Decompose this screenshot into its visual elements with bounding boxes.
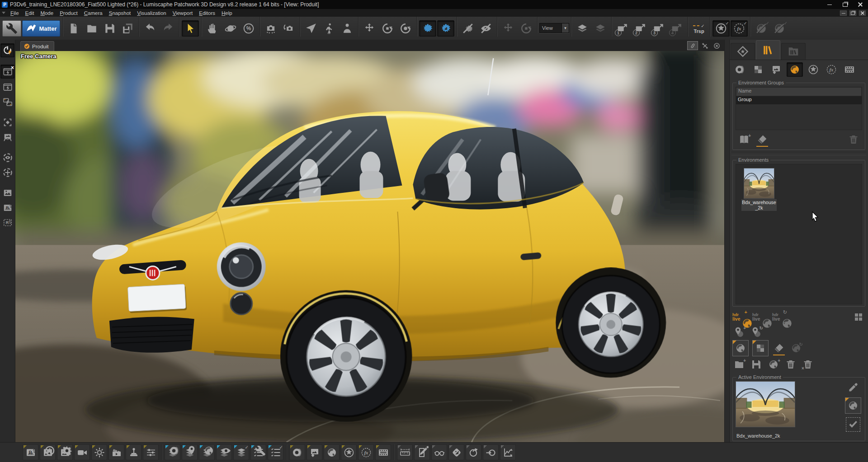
menu-mode[interactable]: Mode (37, 10, 57, 16)
menu-viewport[interactable]: Viewport (170, 10, 196, 16)
new-database-button[interactable] (65, 18, 82, 37)
menu-file[interactable]: File (7, 10, 22, 16)
target-tool-button[interactable] (483, 444, 499, 460)
render-settings-button[interactable] (57, 444, 73, 460)
section-splitter[interactable] (731, 152, 866, 155)
environments-library-button[interactable] (324, 444, 340, 460)
zoom-tool-button[interactable]: % (240, 18, 257, 37)
new-environment-button[interactable]: + (767, 358, 780, 371)
pan-tool-button[interactable] (204, 18, 221, 37)
close-view-icon[interactable] (712, 42, 722, 50)
add-environment-group-button[interactable]: + (737, 133, 751, 146)
menu-editors[interactable]: Editors (196, 10, 218, 16)
overlay-layer-b-button[interactable] (592, 18, 609, 37)
disable-env-b-button[interactable]: ✓ (771, 18, 788, 37)
menu-snapshot[interactable]: Snapshot (106, 10, 134, 16)
measure-tool-button[interactable] (397, 444, 413, 460)
lib-materials-button[interactable] (732, 63, 748, 76)
hdr-live-button[interactable]: hdrlive (752, 310, 769, 324)
tab-library-external[interactable] (781, 43, 806, 60)
menu-help[interactable]: Help (218, 10, 236, 16)
environments-list[interactable]: Bdx_warehouse_2k (736, 164, 862, 304)
hide-paint-tool-button[interactable] (477, 18, 495, 37)
move-object-button[interactable] (500, 18, 517, 37)
images-library-button[interactable] (307, 444, 322, 460)
detach-tools-icon[interactable] (700, 42, 710, 50)
walk-mode-button[interactable] (321, 18, 338, 37)
menu-product[interactable]: Product (57, 10, 81, 16)
delete-environment-group-button[interactable] (847, 133, 860, 146)
apply-environment-button[interactable] (846, 417, 860, 432)
paint-product-button[interactable] (437, 18, 454, 37)
videos-library-button[interactable] (375, 444, 391, 460)
environment-mode-button[interactable] (732, 340, 749, 356)
link-views-icon[interactable] (687, 41, 698, 50)
tab-connected-views[interactable] (731, 43, 755, 60)
effects-library-button[interactable]: fx (358, 444, 374, 460)
redo-button[interactable] (160, 18, 177, 37)
select-tool-button[interactable] (182, 18, 199, 37)
materials-library-button[interactable] (289, 444, 305, 460)
mdi-restore-button[interactable] (849, 10, 856, 15)
import-environment-button[interactable]: + (732, 358, 746, 371)
undo-button[interactable] (142, 18, 159, 37)
background-mode-button[interactable] (752, 340, 769, 356)
observer-mode-button[interactable] (339, 18, 356, 37)
show-environment-button[interactable]: ✓ (712, 18, 730, 37)
video-editor-button[interactable] (74, 444, 90, 460)
raytracing-all-windows-button[interactable] (1, 95, 14, 108)
lib-effects-button[interactable]: fx (824, 63, 839, 76)
render-setup-button[interactable]: R (23, 444, 38, 460)
render-image-button[interactable]: R (1, 201, 14, 214)
paint-material-button[interactable] (419, 18, 436, 37)
presentation-screen-button[interactable] (1, 131, 14, 144)
layers-visibility-button[interactable] (216, 444, 232, 460)
parameters-editor-button[interactable] (143, 444, 159, 460)
tab-produit[interactable]: Produit (20, 41, 54, 51)
matter-mode-button[interactable]: Matter (22, 18, 60, 37)
snapshot-level-3-button[interactable]: 3 (650, 18, 667, 37)
menu-edit[interactable]: Edit (22, 10, 38, 16)
environment-groups-list[interactable]: Name Group (736, 87, 862, 130)
layers-materials-button[interactable] (165, 444, 180, 460)
layers-positions-button[interactable] (182, 444, 198, 460)
save-environment-button[interactable] (750, 358, 763, 371)
rename-environment-group-button[interactable] (755, 133, 769, 146)
configuration-rules-button[interactable] (250, 444, 266, 460)
lighting-editor-button[interactable] (91, 444, 107, 460)
stereo-view-button[interactable] (431, 444, 447, 460)
sync-environment-pin-button[interactable]: ↻ (750, 326, 763, 338)
portal-editor-button[interactable] (414, 444, 430, 460)
hdr-live-hq-button[interactable]: hdrlive↻HQ (772, 310, 788, 324)
rotate-object-button[interactable] (518, 18, 535, 37)
camera-orbit-button[interactable] (280, 18, 297, 37)
realtime-raytracing-button[interactable] (0, 43, 14, 57)
lib-images-button[interactable] (769, 63, 784, 76)
pick-environment-button[interactable] (846, 381, 860, 394)
mdi-minimize-button[interactable] (840, 10, 847, 15)
clear-paint-tool-button[interactable] (459, 18, 476, 37)
overlay-layer-a-button[interactable] (574, 18, 591, 37)
save-database-button[interactable] (101, 18, 118, 37)
add-target-button[interactable] (1, 166, 14, 179)
system-menu-icon[interactable] (0, 12, 7, 14)
add-environment-pin-button[interactable]: + (732, 326, 746, 338)
mdi-close-button[interactable] (859, 10, 866, 15)
follow-eye-button[interactable] (1, 151, 14, 164)
interaction-editor-button[interactable] (126, 444, 142, 460)
raytracing-window-button[interactable] (1, 80, 14, 93)
shapes-library-button[interactable] (341, 444, 357, 460)
active-environment-thumbnail[interactable] (736, 381, 795, 427)
surface-mode-button[interactable] (2, 18, 21, 37)
orbit-tool-button[interactable] (222, 18, 239, 37)
panel-splitter[interactable] (724, 40, 730, 442)
camera-translate-button[interactable] (262, 18, 279, 37)
groups-name-header[interactable]: Name (736, 87, 862, 96)
curve-editor-button[interactable] (500, 444, 516, 460)
disable-env-a-button[interactable]: ✓ (753, 18, 770, 37)
open-database-button[interactable] (83, 18, 100, 37)
environment-group-row[interactable]: Group (736, 96, 862, 104)
show-effects-button[interactable]: fx✓ (731, 18, 748, 37)
lib-environments-button[interactable] (787, 62, 803, 77)
translate-gizmo-button[interactable] (361, 18, 378, 37)
